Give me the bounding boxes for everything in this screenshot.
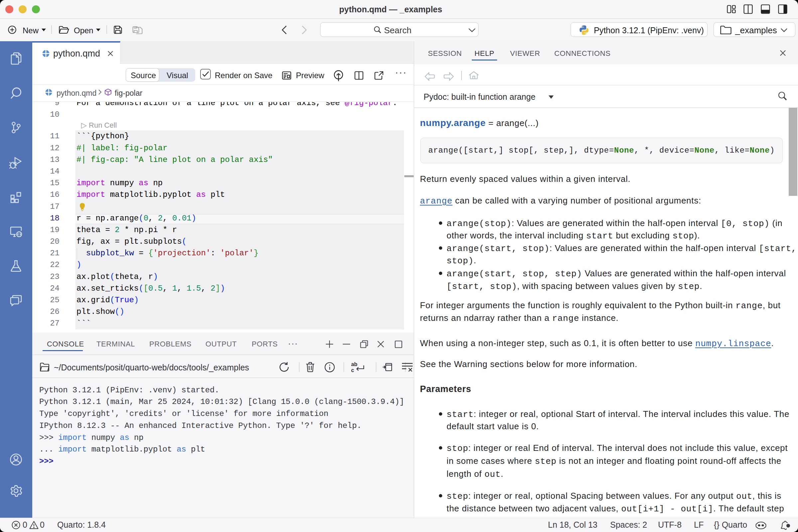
svg-text:ab: ab	[351, 361, 358, 367]
svg-text:c: c	[351, 367, 354, 373]
